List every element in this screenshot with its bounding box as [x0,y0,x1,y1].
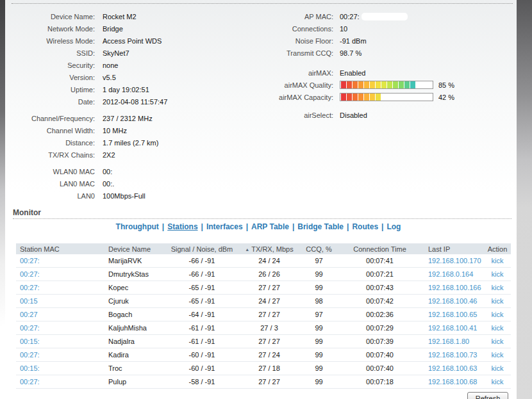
channel-width-label: Channel Width: [5,127,103,134]
station-mac-link-container: 00:27 [16,311,96,318]
airmax-capacity-label: airMAX Capacity: [262,94,340,101]
station-mac-link-container: 00:27: [16,324,96,332]
info-group: Channel/Frequency:237 / 2312 MHzChannel … [5,112,262,161]
security-value: none [103,61,118,69]
kick-link[interactable]: kick [492,257,504,265]
capacity-bar [340,93,433,101]
channel-frequency-text: 237 / 2312 MHz [103,115,153,122]
quality-bar-segment [381,81,387,88]
last-ip-link[interactable]: 192.168.100.65 [428,311,477,318]
station-mac-link[interactable]: 00:15 [20,297,38,305]
signal-noise-cell: -60 / -91 [167,364,237,372]
channel-frequency-label: Channel/Frequency: [5,115,103,122]
tab-log[interactable]: Log [387,222,401,231]
tab-interfaces[interactable]: Interfaces [206,222,243,231]
kick-link-container: kick [484,351,511,359]
station-mac-link[interactable]: 00:27: [20,324,40,332]
connection-time-cell: 00:07:42 [337,297,423,305]
station-mac-link-container: 00:15 [16,297,96,305]
column-header-c1: Device Name [96,245,167,253]
last-ip-link[interactable]: 192.168.100.68 [428,378,477,386]
refresh-button[interactable]: Refresh [467,392,508,399]
column-header-c4: CCQ, % [301,245,337,253]
sort-ascending-icon: ▲ [245,247,249,252]
last-ip-link[interactable]: 192.168.0.164 [428,270,473,278]
station-mac-link-container: 00:27: [16,378,96,386]
table-row: 00:15Cjuruk-65 / -9124 / 279800:07:42192… [16,295,511,308]
device-name-cell: Cjuruk [96,297,167,305]
station-mac-link[interactable]: 00:15: [20,338,40,345]
kick-link[interactable]: kick [492,270,504,278]
station-mac-link[interactable]: 00:15: [20,364,40,372]
ap-mac-text: 00:27: [340,13,360,20]
last-ip-link[interactable]: 192.168.100.166 [428,284,481,291]
station-mac-link[interactable]: 00:27: [20,257,40,265]
info-right-column: AP MAC:00:27:Connections:10Noise Floor:-… [262,10,515,121]
station-mac-link[interactable]: 00:27: [20,270,40,278]
lan0-row: LAN0100Mbps-Full [5,190,262,202]
station-mac-link-container: 00:15: [16,338,96,345]
last-ip-link[interactable]: 192.168.100.46 [428,297,477,305]
noise-floor-text: -91 dBm [340,37,367,45]
device-name-cell: DmutrykStas [96,270,167,278]
station-mac-link-container: 00:27: [16,257,96,265]
device-name-label: Device Name: [5,13,103,20]
noise-floor-value: -91 dBm [340,37,367,45]
tab-arp-table[interactable]: ARP Table [251,222,289,231]
connection-time-cell: 00:02:36 [337,311,423,318]
kick-link[interactable]: kick [492,297,504,305]
station-mac-link[interactable]: 00:27: [20,378,40,386]
wlan0-mac-value: 00: [103,168,112,175]
last-ip-link[interactable]: 192.168.100.63 [428,364,477,372]
last-ip-link[interactable]: 192.168.100.170 [428,257,481,265]
signal-noise-cell: -61 / -91 [167,338,237,345]
last-ip-link[interactable]: 192.168.1.80 [428,338,469,345]
txrx-chains-text: 2X2 [103,151,115,159]
network-mode-value: Bridge [103,25,123,33]
kick-link[interactable]: kick [492,311,504,318]
version-text: v5.5 [103,74,116,81]
info-group: WLAN0 MAC00:LAN0 MAC00:.LAN0100Mbps-Full [5,165,262,202]
signal-noise-cell: -66 / -91 [167,270,237,278]
quality-percent-label: 85 % [438,81,454,89]
quality-bar-segment [387,81,392,88]
connection-time-cell: 00:07:40 [337,364,423,372]
device-name-cell: Troc [96,364,167,372]
ccq-cell: 98 [301,297,337,305]
airselect-text: Disabled [340,111,367,119]
station-mac-link[interactable]: 00:27: [20,351,40,359]
quality-bar-segment [376,81,381,88]
ccq-cell: 97 [301,311,337,318]
column-header-c2: Signal / Noise, dBm [167,245,237,253]
capacity-percent-label: 42 % [438,94,454,101]
lan0-text: 100Mbps-Full [103,192,145,200]
uptime-text: 1 day 19:02:51 [103,86,149,94]
txrx-cell: 24 / 24 [237,257,301,265]
date-text: 2012-04-08 11:57:47 [103,98,167,106]
tab-stations[interactable]: Stations [167,222,197,231]
kick-link[interactable]: kick [492,284,504,291]
airmax-value: Enabled [340,69,365,77]
tab-bridge-table[interactable]: Bridge Table [297,222,344,231]
airos-status-page: Device Name:Rocket M2Network Mode:Bridge… [0,0,532,399]
monitor-dotted-divider [13,218,511,219]
kick-link[interactable]: kick [492,324,504,332]
column-header-c7: Action [484,245,511,253]
station-mac-link[interactable]: 00:27 [20,311,38,318]
connection-time-cell: 00:07:41 [337,257,423,265]
tab-separator: | [347,222,349,231]
network-mode-row: Network Mode:Bridge [5,22,262,35]
tab-routes[interactable]: Routes [352,222,378,231]
device-name-cell: Pulup [96,378,167,386]
last-ip-link[interactable]: 192.168.100.73 [428,351,477,359]
kick-link[interactable]: kick [492,364,504,372]
kick-link[interactable]: kick [492,378,504,386]
channel-frequency-row: Channel/Frequency:237 / 2312 MHz [5,112,262,124]
table-row: 00:27:MarijaRVK-66 / -9124 / 249700:07:4… [16,254,511,268]
airmax-text: Enabled [340,69,365,77]
last-ip-link[interactable]: 192.168.100.41 [428,324,477,332]
tab-throughput[interactable]: Throughput [116,222,159,231]
kick-link[interactable]: kick [492,338,504,345]
kick-link[interactable]: kick [492,351,504,359]
station-mac-link[interactable]: 00:27: [20,284,40,291]
